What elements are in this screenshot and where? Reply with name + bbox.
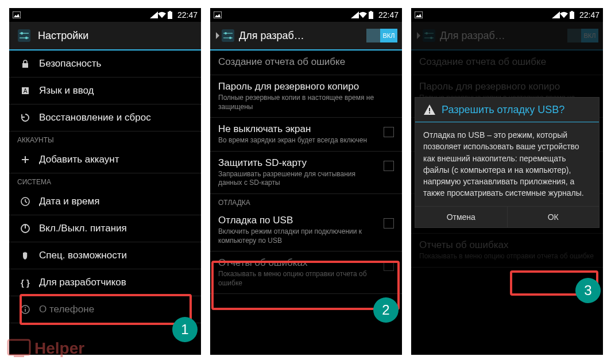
dialog-title: Разрешить отладку USB?: [442, 104, 564, 116]
wifi-icon: [359, 11, 367, 19]
row-about-phone[interactable]: О телефоне: [9, 296, 201, 323]
row-protect-sdcard[interactable]: Защитить SD-карту Запрашивать разрешение…: [210, 152, 402, 194]
switch-label: ВКЛ: [380, 29, 397, 42]
ok-button[interactable]: ОК: [507, 207, 600, 227]
header-debug: ОТЛАДКА: [210, 194, 402, 209]
svg-rect-30: [570, 12, 574, 20]
clock-icon: [17, 196, 33, 207]
back-icon: [416, 25, 436, 46]
row-subtitle: Запрашивать разрешение для считывания да…: [218, 170, 394, 188]
row-add-account[interactable]: Добавить аккаунт: [9, 146, 201, 173]
image-icon: [214, 11, 222, 19]
battery-icon: [367, 11, 375, 19]
row-title: Не выключать экран: [218, 123, 394, 135]
row-label: Восстановление и сброс: [39, 112, 151, 123]
clock: 22:47: [579, 10, 600, 20]
row-developer-options[interactable]: { } Для разработчиков: [9, 269, 201, 296]
warning-icon: [423, 103, 436, 116]
master-switch: ВКЛ: [567, 29, 598, 42]
dialog-body: Отладка по USB – это режим, который позв…: [415, 122, 599, 206]
row-label: Дата и время: [39, 196, 99, 207]
svg-rect-29: [415, 11, 423, 18]
status-bar: 22:47: [210, 8, 402, 22]
plus-icon: [17, 155, 33, 164]
status-bar: 22:47: [9, 8, 201, 22]
phone-screen-2: 22:47 Для разраб… ВКЛ Создание отчета об…: [210, 8, 402, 355]
wifi-icon: [158, 11, 166, 19]
svg-rect-32: [423, 29, 435, 42]
phone-screen-3: 22:47 Для разраб… ВКЛ Создание отчета об…: [411, 8, 603, 355]
svg-rect-22: [369, 12, 373, 20]
developer-options-list[interactable]: Создание отчета об ошибке Пароль для рез…: [210, 51, 402, 355]
hand-icon: [17, 250, 33, 261]
row-accessibility[interactable]: Спец. возможности: [9, 242, 201, 269]
row-label: О телефоне: [39, 304, 94, 315]
language-icon: A: [17, 86, 33, 95]
svg-text:A: A: [24, 88, 28, 94]
header-system: СИСТЕМА: [9, 173, 201, 188]
image-icon: [13, 11, 21, 19]
restore-icon: [17, 113, 33, 123]
settings-list[interactable]: Безопасность A Язык и ввод Восстановлени…: [9, 51, 201, 355]
row-subtitle: Включить режим отладки при подключении к…: [218, 227, 394, 245]
row-language-input[interactable]: A Язык и ввод: [9, 78, 201, 104]
svg-rect-23: [370, 11, 372, 12]
row-bug-report[interactable]: Создание отчета об ошибке: [210, 51, 402, 75]
svg-rect-21: [214, 11, 222, 18]
row-label: Безопасность: [39, 58, 101, 69]
app-bar: Для разраб… ВКЛ: [411, 22, 603, 51]
row-title: Пароль для резервного копиро: [218, 81, 394, 92]
page-title: Для разраб…: [239, 30, 366, 42]
row-error-reports[interactable]: Отчеты об ошибках Показывать в меню опци…: [210, 251, 402, 294]
svg-rect-38: [429, 113, 430, 114]
row-title: Защитить SD-карту: [218, 157, 394, 169]
app-bar: Настройки: [9, 22, 201, 51]
switch-label: ВКЛ: [581, 29, 598, 42]
row-title: Отчеты об ошибках: [218, 257, 394, 269]
checkbox[interactable]: [384, 161, 394, 171]
row-usb-debugging[interactable]: Отладка по USB Включить режим отладки пр…: [210, 209, 402, 251]
row-label: Вкл./Выкл. питания: [39, 223, 127, 234]
row-title: Отладка по USB: [218, 215, 394, 226]
image-icon: [415, 11, 423, 19]
row-backup-password[interactable]: Пароль для резервного копиро Полные резе…: [210, 75, 402, 118]
cancel-button[interactable]: Отмена: [415, 207, 507, 227]
usb-debug-dialog: Разрешить отладку USB? Отладка по USB – …: [415, 97, 600, 228]
svg-rect-40: [14, 355, 24, 357]
back-icon[interactable]: [215, 25, 235, 46]
braces-icon: { }: [17, 278, 33, 288]
battery-icon: [568, 11, 576, 19]
battery-icon: [166, 11, 174, 19]
row-power[interactable]: Вкл./Выкл. питания: [9, 215, 201, 242]
lock-icon: [17, 59, 33, 68]
row-label: Для разработчиков: [39, 277, 126, 288]
clock: 22:47: [378, 10, 399, 20]
row-subtitle: Во время зарядки экран будет всегда вклю…: [218, 136, 394, 145]
signal-icon: [552, 11, 560, 19]
svg-rect-1: [168, 12, 172, 20]
row-backup-reset[interactable]: Восстановление и сброс: [9, 104, 201, 131]
svg-rect-24: [222, 29, 234, 42]
master-switch[interactable]: ВКЛ: [366, 29, 397, 42]
status-bar: 22:47: [411, 8, 603, 22]
clock: 22:47: [177, 10, 198, 20]
signal-icon: [150, 11, 158, 19]
wifi-icon: [560, 11, 568, 19]
checkbox[interactable]: [384, 218, 394, 229]
power-icon: [17, 223, 33, 234]
checkbox[interactable]: [384, 127, 394, 137]
row-stay-awake[interactable]: Не выключать экран Во время зарядки экра…: [210, 118, 402, 152]
row-security[interactable]: Безопасность: [9, 51, 201, 78]
row-title: Создание отчета об ошибке: [218, 56, 394, 68]
info-icon: [17, 304, 33, 315]
row-subtitle: Полные резервные копии в настоящее время…: [218, 94, 394, 111]
row-date-time[interactable]: Дата и время: [9, 188, 201, 215]
app-bar: Для разраб… ВКЛ: [210, 22, 402, 51]
svg-rect-37: [429, 108, 430, 111]
header-accounts: АККАУНТЫ: [9, 131, 201, 146]
checkbox[interactable]: [384, 261, 394, 271]
row-subtitle: Показывать в меню опцию отправки отчета …: [218, 270, 394, 288]
row-label: Добавить аккаунт: [39, 154, 119, 165]
svg-rect-0: [13, 11, 21, 18]
svg-rect-2: [169, 11, 171, 12]
